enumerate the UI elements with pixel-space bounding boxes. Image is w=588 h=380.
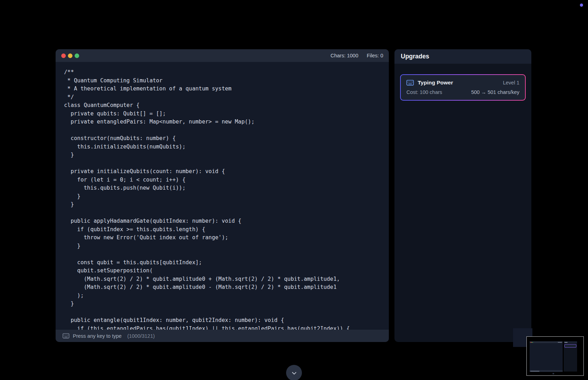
code-line bbox=[64, 159, 380, 168]
code-line: private qubits: Qubit[] = []; bbox=[64, 110, 380, 118]
code-line: } bbox=[64, 151, 380, 159]
thumbnail-mini-upgrades-title bbox=[564, 342, 568, 343]
code-area[interactable]: /** * Quantum Computing Simulator * A th… bbox=[56, 62, 389, 342]
code-line: */ bbox=[64, 93, 380, 102]
window-controls bbox=[61, 53, 79, 58]
code-line bbox=[64, 126, 380, 135]
thumbnail-mini-upgrade-card bbox=[564, 344, 576, 348]
code-line: this.initializeQubits(numQubits); bbox=[64, 143, 380, 151]
code-line: public entangle(qubit1Index: number, qub… bbox=[64, 316, 380, 325]
scroll-down-button[interactable] bbox=[286, 365, 302, 380]
thumbnail-mini-statusbar bbox=[530, 370, 563, 372]
code-line bbox=[64, 250, 380, 259]
code-line bbox=[64, 209, 380, 217]
code-line: class QuantumComputer { bbox=[64, 101, 380, 110]
zoom-window-button[interactable] bbox=[75, 53, 79, 58]
thumbnail-mini-stats bbox=[558, 342, 562, 343]
thumbnail-mini-chevron bbox=[552, 373, 554, 374]
upgrade-card-typing-power[interactable]: Typing Power Level 1 Cost: 100 chars 500… bbox=[400, 74, 526, 101]
thumbnail-mini-minimize-dot bbox=[531, 342, 532, 343]
upgrades-header: Upgrades bbox=[394, 49, 531, 64]
code-line: ); bbox=[64, 292, 380, 300]
chevron-down-icon bbox=[291, 369, 298, 376]
code-line: * Quantum Computing Simulator bbox=[64, 77, 380, 85]
upgrade-name: Typing Power bbox=[418, 80, 453, 86]
upgrades-panel: Upgrades Typing Power Level 1 Cost: 100 … bbox=[394, 49, 531, 342]
code-line: private initializeQubits(count: number):… bbox=[64, 167, 380, 176]
code-line: * A theoretical implementation of a quan… bbox=[64, 85, 380, 93]
thumbnail-mini-upgrades-panel bbox=[564, 341, 577, 372]
upgrades-title: Upgrades bbox=[401, 53, 429, 60]
editor-titlebar: Chars: 1000 Files: 0 bbox=[56, 49, 389, 62]
code-line: if (qubitIndex >= this.qubits.length) { bbox=[64, 226, 380, 234]
thumbnail-mini-upgrades-header bbox=[564, 341, 577, 343]
code-line: qubit.setSuperposition( bbox=[64, 267, 380, 275]
code-line: constructor(numQubits: number) { bbox=[64, 134, 380, 143]
thumbnail-mini-titlebar bbox=[530, 341, 563, 343]
notification-dot bbox=[580, 4, 583, 7]
code-line: (Math.sqrt(2) / 2) * qubit.amplitude0 + … bbox=[64, 275, 380, 284]
screen-preview-thumbnail[interactable] bbox=[526, 336, 584, 376]
code-line: this.qubits.push(new Qubit(i)); bbox=[64, 184, 380, 192]
code-line: public applyHadamardGate(qubitIndex: num… bbox=[64, 217, 380, 226]
titlebar-stats: Chars: 1000 Files: 0 bbox=[330, 53, 383, 58]
typing-editor-window: Chars: 1000 Files: 0 /** * Quantum Compu… bbox=[56, 49, 389, 342]
code-line: const qubit = this.qubits[qubitIndex]; bbox=[64, 259, 380, 267]
thumbnail-mini-editor bbox=[530, 341, 563, 372]
code-line: throw new Error('Qubit index out of rang… bbox=[64, 234, 380, 242]
upgrade-card-top-row: Typing Power Level 1 bbox=[406, 80, 519, 86]
upgrade-cost: Cost: 100 chars bbox=[406, 89, 442, 95]
thumbnail-mini-close-dot bbox=[530, 342, 531, 343]
desktop: Chars: 1000 Files: 0 /** * Quantum Compu… bbox=[0, 0, 588, 380]
code-line: for (let i = 0; i < count; i++) { bbox=[64, 176, 380, 184]
code-line bbox=[64, 308, 380, 317]
close-window-button[interactable] bbox=[61, 53, 66, 58]
upgrade-level-badge: Level 1 bbox=[503, 80, 519, 86]
code-line: } bbox=[64, 300, 380, 308]
keyboard-icon bbox=[406, 80, 414, 86]
upgrade-card-bottom-row: Cost: 100 chars 500 → 501 chars/key bbox=[406, 89, 519, 95]
editor-statusbar: Press any key to type (1000/3121) bbox=[56, 330, 389, 342]
files-stat: Files: 0 bbox=[367, 53, 383, 58]
code-line: } bbox=[64, 192, 380, 201]
thumbnail-mini-status-text bbox=[530, 371, 539, 372]
typing-prompt: Press any key to type bbox=[73, 333, 122, 339]
minimize-window-button[interactable] bbox=[68, 53, 72, 58]
code-line: } bbox=[64, 201, 380, 209]
code-line: (Math.sqrt(2) / 2) * qubit.amplitude0 - … bbox=[64, 283, 380, 292]
chars-stat: Chars: 1000 bbox=[330, 53, 358, 58]
upgrade-card-body: Typing Power Level 1 Cost: 100 chars 500… bbox=[401, 75, 525, 100]
typing-progress: (1000/3121) bbox=[127, 333, 155, 339]
code-line: /** bbox=[64, 68, 380, 77]
keyboard-icon bbox=[63, 333, 69, 338]
code-line: } bbox=[64, 242, 380, 251]
upgrade-effect: 500 → 501 chars/key bbox=[471, 89, 519, 95]
code-line: private entangledPairs: Map<number, numb… bbox=[64, 118, 380, 126]
code-content: /** * Quantum Computing Simulator * A th… bbox=[64, 68, 380, 333]
thumbnail-mini-zoom-dot bbox=[532, 342, 533, 343]
